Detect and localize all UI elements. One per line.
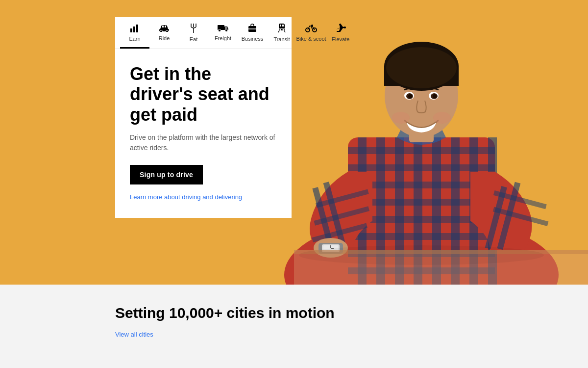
train-icon [277,23,287,34]
cities-title: Setting 10,000+ cities in motion [115,304,473,322]
svg-rect-70 [280,25,281,26]
svg-rect-12 [348,147,495,154]
svg-rect-80 [337,31,341,32]
svg-rect-66 [225,27,227,29]
tab-business[interactable]: Business [238,17,267,49]
tab-transit[interactable]: Transit [267,17,296,49]
svg-point-55 [160,30,163,32]
svg-rect-53 [136,25,138,32]
hero-title: Get in the driver's seat and get paid [130,64,277,125]
briefcase-icon [247,24,257,34]
svg-rect-57 [162,26,164,27]
svg-point-50 [299,245,544,265]
nav-tabs: Earn Ride [115,17,292,49]
svg-rect-13 [348,164,495,171]
svg-point-29 [408,94,412,98]
tab-business-label: Business [242,36,264,42]
svg-point-32 [433,112,451,124]
svg-point-56 [166,30,169,32]
tab-ride[interactable]: Ride [149,17,179,49]
svg-line-75 [278,30,279,32]
svg-line-76 [284,30,285,32]
tab-freight-label: Freight [215,35,231,41]
svg-rect-51 [130,28,132,32]
svg-point-79 [311,25,313,26]
view-all-cities-link[interactable]: View all cities [115,331,153,338]
plane-icon [335,23,346,34]
svg-point-74 [283,29,284,30]
svg-rect-17 [348,233,495,240]
tab-elevate[interactable]: Elevate [326,17,355,49]
svg-rect-63 [218,25,224,30]
bottom-section: Setting 10,000+ cities in motion View al… [0,285,588,368]
svg-point-65 [225,29,228,32]
svg-point-73 [280,29,281,30]
sign-up-to-drive-button[interactable]: Sign up to drive [130,165,203,184]
svg-rect-52 [133,26,135,32]
svg-point-64 [219,29,221,32]
tab-transit-label: Transit [273,36,290,42]
hero-section: Earn Ride [0,0,588,285]
tab-eat-label: Eat [190,36,198,42]
tab-ride-label: Ride [159,35,170,41]
hero-content: Get in the driver's seat and get paid Dr… [115,49,292,218]
tab-earn[interactable]: Earn [120,17,149,49]
truck-icon [217,24,229,33]
tab-elevate-label: Elevate [332,36,350,42]
tab-freight[interactable]: Freight [208,17,238,49]
fork-icon [189,23,198,34]
learn-more-link[interactable]: Learn more about driving and delivering [130,193,277,201]
svg-rect-71 [282,25,284,26]
tab-earn-label: Earn [129,36,140,42]
bar-chart-icon [130,24,140,34]
svg-point-30 [433,94,437,98]
hero-subtitle: Drive on the platform with the largest n… [130,132,277,153]
svg-rect-58 [165,26,166,27]
bike-icon [305,24,317,34]
tab-bike-label: Bike & scoot [296,36,326,42]
car-icon [159,24,170,33]
tab-bike[interactable]: Bike & scoot [296,17,326,49]
content-card: Earn Ride [115,17,292,218]
tab-eat[interactable]: Eat [179,17,208,49]
svg-point-24 [386,47,457,88]
svg-point-31 [392,112,410,124]
